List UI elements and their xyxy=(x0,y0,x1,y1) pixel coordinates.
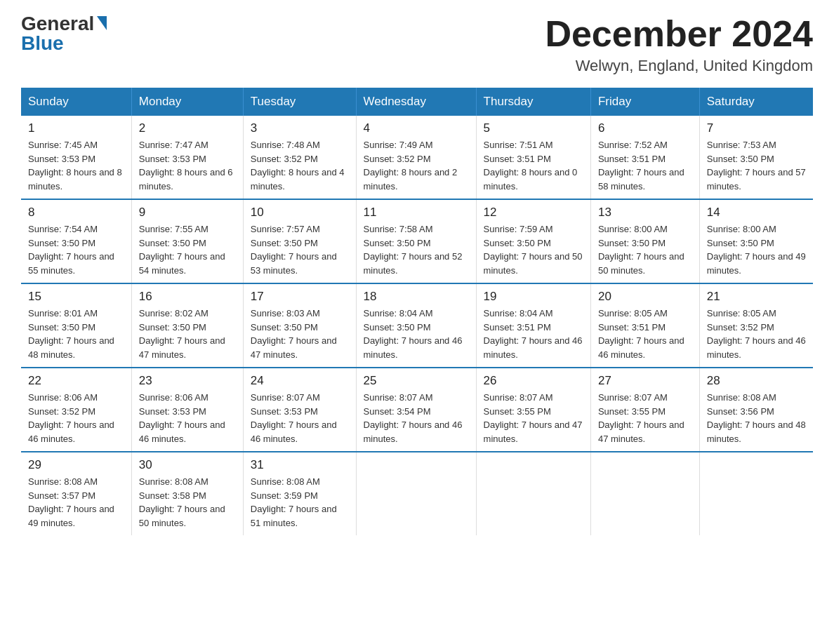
title-area: December 2024 Welwyn, England, United Ki… xyxy=(545,14,813,75)
day-cell: 31Sunrise: 8:08 AMSunset: 3:59 PMDayligh… xyxy=(243,452,356,535)
day-cell: 11Sunrise: 7:58 AMSunset: 3:50 PMDayligh… xyxy=(356,199,476,283)
day-cell: 2Sunrise: 7:47 AMSunset: 3:53 PMDaylight… xyxy=(131,116,243,199)
day-cell: 22Sunrise: 8:06 AMSunset: 3:52 PMDayligh… xyxy=(21,368,131,452)
calendar-subtitle: Welwyn, England, United Kingdom xyxy=(545,57,813,75)
day-cell: 5Sunrise: 7:51 AMSunset: 3:51 PMDaylight… xyxy=(476,116,590,199)
day-info: Sunrise: 8:07 AMSunset: 3:54 PMDaylight:… xyxy=(364,392,463,444)
day-cell xyxy=(699,452,813,535)
day-cell: 6Sunrise: 7:52 AMSunset: 3:51 PMDaylight… xyxy=(590,116,699,199)
logo-triangle-icon xyxy=(97,16,107,30)
day-cell: 1Sunrise: 7:45 AMSunset: 3:53 PMDaylight… xyxy=(21,116,131,199)
day-number: 19 xyxy=(484,290,583,304)
logo-general: General xyxy=(21,14,94,34)
day-info: Sunrise: 8:01 AMSunset: 3:50 PMDaylight:… xyxy=(28,308,114,360)
day-info: Sunrise: 8:08 AMSunset: 3:58 PMDaylight:… xyxy=(139,476,225,528)
day-info: Sunrise: 7:47 AMSunset: 3:53 PMDaylight:… xyxy=(139,140,233,192)
day-cell: 26Sunrise: 8:07 AMSunset: 3:55 PMDayligh… xyxy=(476,368,590,452)
day-info: Sunrise: 7:55 AMSunset: 3:50 PMDaylight:… xyxy=(139,224,225,276)
day-number: 3 xyxy=(251,121,349,135)
day-number: 21 xyxy=(707,290,806,304)
calendar-body: 1Sunrise: 7:45 AMSunset: 3:53 PMDaylight… xyxy=(21,116,813,535)
day-cell: 29Sunrise: 8:08 AMSunset: 3:57 PMDayligh… xyxy=(21,452,131,535)
week-row-4: 22Sunrise: 8:06 AMSunset: 3:52 PMDayligh… xyxy=(21,368,813,452)
day-number: 14 xyxy=(707,206,806,220)
day-cell: 14Sunrise: 8:00 AMSunset: 3:50 PMDayligh… xyxy=(699,199,813,283)
logo-blue: Blue xyxy=(21,34,64,53)
day-number: 31 xyxy=(251,458,349,472)
day-cell: 16Sunrise: 8:02 AMSunset: 3:50 PMDayligh… xyxy=(131,283,243,368)
day-cell: 13Sunrise: 8:00 AMSunset: 3:50 PMDayligh… xyxy=(590,199,699,283)
day-number: 10 xyxy=(251,206,349,220)
day-cell: 8Sunrise: 7:54 AMSunset: 3:50 PMDaylight… xyxy=(21,199,131,283)
day-cell: 25Sunrise: 8:07 AMSunset: 3:54 PMDayligh… xyxy=(356,368,476,452)
day-info: Sunrise: 8:07 AMSunset: 3:55 PMDaylight:… xyxy=(484,392,583,444)
day-number: 11 xyxy=(364,206,469,220)
day-info: Sunrise: 7:59 AMSunset: 3:50 PMDaylight:… xyxy=(484,224,583,276)
day-number: 18 xyxy=(364,290,469,304)
day-number: 1 xyxy=(28,121,124,135)
header-monday: Monday xyxy=(131,88,243,116)
day-number: 8 xyxy=(28,206,124,220)
day-cell: 19Sunrise: 8:04 AMSunset: 3:51 PMDayligh… xyxy=(476,283,590,368)
day-number: 23 xyxy=(139,374,236,388)
day-number: 16 xyxy=(139,290,236,304)
day-info: Sunrise: 8:04 AMSunset: 3:50 PMDaylight:… xyxy=(364,308,463,360)
day-number: 13 xyxy=(598,206,692,220)
day-info: Sunrise: 8:02 AMSunset: 3:50 PMDaylight:… xyxy=(139,308,225,360)
calendar-header: SundayMondayTuesdayWednesdayThursdayFrid… xyxy=(21,88,813,116)
day-cell xyxy=(590,452,699,535)
day-cell: 30Sunrise: 8:08 AMSunset: 3:58 PMDayligh… xyxy=(131,452,243,535)
day-info: Sunrise: 8:08 AMSunset: 3:57 PMDaylight:… xyxy=(28,476,114,528)
day-info: Sunrise: 8:00 AMSunset: 3:50 PMDaylight:… xyxy=(707,224,806,276)
day-cell: 12Sunrise: 7:59 AMSunset: 3:50 PMDayligh… xyxy=(476,199,590,283)
day-cell: 10Sunrise: 7:57 AMSunset: 3:50 PMDayligh… xyxy=(243,199,356,283)
day-cell: 15Sunrise: 8:01 AMSunset: 3:50 PMDayligh… xyxy=(21,283,131,368)
day-info: Sunrise: 8:05 AMSunset: 3:51 PMDaylight:… xyxy=(598,308,684,360)
week-row-3: 15Sunrise: 8:01 AMSunset: 3:50 PMDayligh… xyxy=(21,283,813,368)
day-info: Sunrise: 8:08 AMSunset: 3:59 PMDaylight:… xyxy=(251,476,337,528)
day-number: 30 xyxy=(139,458,236,472)
day-number: 4 xyxy=(364,121,469,135)
day-info: Sunrise: 8:04 AMSunset: 3:51 PMDaylight:… xyxy=(484,308,583,360)
header-friday: Friday xyxy=(590,88,699,116)
day-cell: 9Sunrise: 7:55 AMSunset: 3:50 PMDaylight… xyxy=(131,199,243,283)
day-cell: 28Sunrise: 8:08 AMSunset: 3:56 PMDayligh… xyxy=(699,368,813,452)
day-cell: 7Sunrise: 7:53 AMSunset: 3:50 PMDaylight… xyxy=(699,116,813,199)
day-number: 24 xyxy=(251,374,349,388)
day-number: 26 xyxy=(484,374,583,388)
logo: General Blue xyxy=(21,14,107,53)
day-cell: 24Sunrise: 8:07 AMSunset: 3:53 PMDayligh… xyxy=(243,368,356,452)
day-info: Sunrise: 7:57 AMSunset: 3:50 PMDaylight:… xyxy=(251,224,337,276)
header-saturday: Saturday xyxy=(699,88,813,116)
day-info: Sunrise: 7:53 AMSunset: 3:50 PMDaylight:… xyxy=(707,140,806,192)
day-info: Sunrise: 7:48 AMSunset: 3:52 PMDaylight:… xyxy=(251,140,345,192)
day-number: 28 xyxy=(707,374,806,388)
day-number: 2 xyxy=(139,121,236,135)
day-number: 15 xyxy=(28,290,124,304)
day-info: Sunrise: 7:58 AMSunset: 3:50 PMDaylight:… xyxy=(364,224,463,276)
day-cell: 17Sunrise: 8:03 AMSunset: 3:50 PMDayligh… xyxy=(243,283,356,368)
header-row: SundayMondayTuesdayWednesdayThursdayFrid… xyxy=(21,88,813,116)
day-info: Sunrise: 8:03 AMSunset: 3:50 PMDaylight:… xyxy=(251,308,337,360)
calendar-title: December 2024 xyxy=(545,14,813,54)
page-header: General Blue December 2024 Welwyn, Engla… xyxy=(21,14,813,75)
day-cell: 21Sunrise: 8:05 AMSunset: 3:52 PMDayligh… xyxy=(699,283,813,368)
day-info: Sunrise: 7:54 AMSunset: 3:50 PMDaylight:… xyxy=(28,224,114,276)
day-number: 6 xyxy=(598,121,692,135)
day-number: 17 xyxy=(251,290,349,304)
day-cell xyxy=(476,452,590,535)
day-info: Sunrise: 8:07 AMSunset: 3:53 PMDaylight:… xyxy=(251,392,337,444)
day-info: Sunrise: 8:06 AMSunset: 3:52 PMDaylight:… xyxy=(28,392,114,444)
day-number: 29 xyxy=(28,458,124,472)
header-tuesday: Tuesday xyxy=(243,88,356,116)
week-row-1: 1Sunrise: 7:45 AMSunset: 3:53 PMDaylight… xyxy=(21,116,813,199)
day-info: Sunrise: 8:05 AMSunset: 3:52 PMDaylight:… xyxy=(707,308,806,360)
day-info: Sunrise: 8:06 AMSunset: 3:53 PMDaylight:… xyxy=(139,392,225,444)
day-number: 9 xyxy=(139,206,236,220)
day-info: Sunrise: 8:08 AMSunset: 3:56 PMDaylight:… xyxy=(707,392,806,444)
week-row-5: 29Sunrise: 8:08 AMSunset: 3:57 PMDayligh… xyxy=(21,452,813,535)
day-number: 27 xyxy=(598,374,692,388)
header-sunday: Sunday xyxy=(21,88,131,116)
day-cell xyxy=(356,452,476,535)
header-wednesday: Wednesday xyxy=(356,88,476,116)
